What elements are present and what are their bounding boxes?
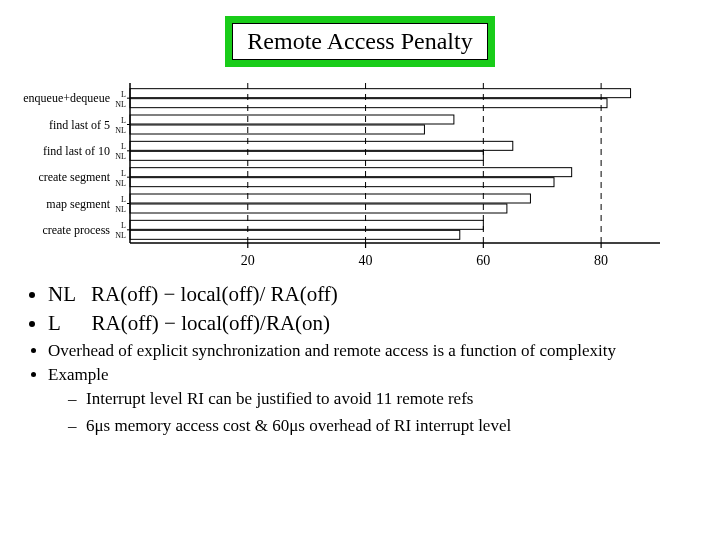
svg-text:NL: NL	[115, 126, 126, 135]
svg-rect-45	[130, 220, 483, 229]
svg-text:L: L	[121, 116, 126, 125]
bullet-l-def: L RA(off) − local(off)/RA(on)	[48, 310, 696, 337]
svg-text:L: L	[121, 90, 126, 99]
svg-rect-23	[130, 125, 424, 134]
svg-rect-35	[130, 178, 554, 187]
svg-text:L: L	[121, 221, 126, 230]
svg-text:20: 20	[241, 253, 255, 268]
svg-text:NL: NL	[115, 152, 126, 161]
bullet-example-label: Example	[48, 365, 108, 384]
svg-rect-17	[130, 99, 607, 108]
svg-text:map segment: map segment	[46, 197, 110, 211]
svg-rect-21	[130, 115, 454, 124]
svg-text:NL: NL	[115, 205, 126, 214]
svg-rect-33	[130, 168, 572, 177]
bullet-nl-def: NL RA(off) − local(off)/ RA(off)	[48, 281, 696, 308]
svg-text:80: 80	[594, 253, 608, 268]
svg-rect-39	[130, 194, 530, 203]
svg-text:create process: create process	[42, 223, 110, 237]
svg-text:NL: NL	[115, 231, 126, 240]
svg-text:NL: NL	[115, 179, 126, 188]
svg-text:enqueue+dequeue: enqueue+dequeue	[23, 91, 110, 105]
bullet-overhead: Overhead of explicit synchronization and…	[48, 340, 696, 362]
svg-text:find last of 5: find last of 5	[49, 118, 110, 132]
svg-text:60: 60	[476, 253, 490, 268]
svg-text:L: L	[121, 195, 126, 204]
page-title: Remote Access Penalty	[225, 16, 494, 67]
svg-text:NL: NL	[115, 100, 126, 109]
chart-container: 20406080enqueue+dequeueLNLfind last of 5…	[0, 75, 720, 275]
bullets-block: NL RA(off) − local(off)/ RA(off) L RA(of…	[0, 275, 720, 438]
svg-text:40: 40	[359, 253, 373, 268]
svg-text:find last of 10: find last of 10	[43, 144, 110, 158]
svg-rect-47	[130, 230, 460, 239]
svg-rect-29	[130, 151, 483, 160]
svg-text:create segment: create segment	[38, 170, 110, 184]
svg-rect-41	[130, 204, 507, 213]
bullet-example: Example Interrupt level RI can be justif…	[48, 364, 696, 438]
chart-svg: 20406080enqueue+dequeueLNLfind last of 5…	[0, 75, 720, 275]
sub-bullet-2: 6μs memory access cost & 60μs overhead o…	[68, 415, 696, 438]
sub-bullet-1: Interrupt level RI can be justified to a…	[68, 388, 696, 411]
svg-text:L: L	[121, 169, 126, 178]
svg-text:L: L	[121, 142, 126, 151]
svg-rect-27	[130, 141, 513, 150]
svg-rect-15	[130, 89, 631, 98]
